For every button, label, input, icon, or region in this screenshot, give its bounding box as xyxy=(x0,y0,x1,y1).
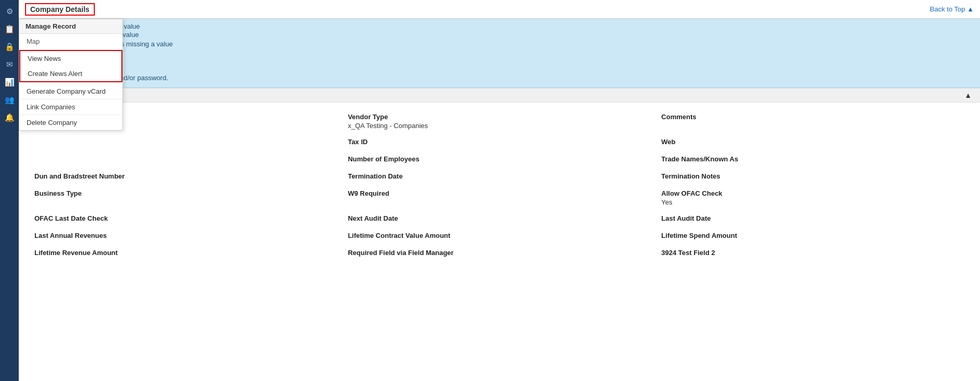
field-cell-last-annual-revenues: Last Annual Revenues xyxy=(29,227,343,245)
dropdown-item-view-news[interactable]: View News xyxy=(20,51,121,66)
field-label-num-employees: Number of Employees xyxy=(348,155,651,163)
sidebar: ⚙ 📋 🔒 ✉ 📊 👥 🔔 xyxy=(0,0,19,268)
field-label-lifetime-revenue: Lifetime Revenue Amount xyxy=(34,249,338,257)
page-title: Company Details xyxy=(25,3,95,16)
field-cell-lifetime-revenue: Lifetime Revenue Amount xyxy=(29,245,343,262)
alert-item: missing a value xyxy=(38,57,972,65)
dropdown-section-header: Manage Record xyxy=(19,19,122,34)
field-cell-next-audit: Next Audit Date xyxy=(343,210,656,227)
field-cell-lifetime-spend: Lifetime Spend Amount xyxy=(656,227,970,245)
dropdown-item-map[interactable]: Map xyxy=(19,34,122,49)
field-label-w9-required: W9 Required xyxy=(348,189,651,197)
field-cell-empty-2 xyxy=(29,151,343,168)
field-cell-vendor-type: Vendor Type x_QA Testing - Companies xyxy=(343,109,656,134)
field-cell-allow-ofac: Allow OFAC Check Yes xyxy=(656,185,970,210)
field-label-lifetime-contract: Lifetime Contract Value Amount xyxy=(348,232,651,239)
fields-section: Yes Vendor Type x_QA Testing - Companies… xyxy=(19,103,980,268)
alert-item: Last Audit Date is missing a value xyxy=(38,31,972,39)
alert-item: missing email, username, and/or password… xyxy=(38,74,972,82)
field-cell-business-type: Business Type xyxy=(29,185,343,210)
alert-item: Next Audit Date is missing a value xyxy=(38,22,972,30)
field-cell-termination-date: Termination Date xyxy=(343,168,656,185)
chart-icon[interactable]: 📊 xyxy=(2,75,17,90)
field-label-required-field: Required Field via Field Manager xyxy=(348,249,651,257)
field-value-vendor-type: x_QA Testing - Companies xyxy=(348,122,651,130)
top-bar: Company Details Back to Top xyxy=(19,0,980,19)
field-label-web: Web xyxy=(661,138,964,146)
field-label-tax-id: Tax ID xyxy=(348,138,651,146)
field-label-test-field-2: 3924 Test Field 2 xyxy=(661,249,964,257)
field-cell-required-field: Required Field via Field Manager xyxy=(343,245,656,262)
alert-item: a value xyxy=(38,66,972,73)
field-label-trade-names: Trade Names/Known As xyxy=(661,155,964,163)
fields-grid: Yes Vendor Type x_QA Testing - Companies… xyxy=(29,109,970,262)
field-cell-w9-required: W9 Required xyxy=(343,185,656,210)
field-cell-num-employees: Number of Employees xyxy=(343,151,656,168)
field-cell-dun-bradstreet: Dun and Bradstreet Number xyxy=(29,168,343,185)
field-label-lifetime-spend: Lifetime Spend Amount xyxy=(661,232,964,239)
field-label-last-audit: Last Audit Date xyxy=(661,214,964,222)
field-label-comments: Comments xyxy=(661,113,964,121)
alert-icon[interactable]: 🔔 xyxy=(2,110,17,125)
field-label-business-type: Business Type xyxy=(34,189,338,197)
dropdown-item-delete-company[interactable]: Delete Company xyxy=(19,115,122,130)
dropdown-item-link-companies[interactable]: Link Companies xyxy=(19,99,122,115)
dropdown-overlay: Manage Record Map View News Create News … xyxy=(19,19,123,131)
field-cell-tax-id: Tax ID xyxy=(343,134,656,151)
field-cell-termination-notes: Termination Notes xyxy=(656,168,970,185)
field-label-last-annual-revenues: Last Annual Revenues xyxy=(34,232,338,239)
gear-icon[interactable]: ⚙ xyxy=(2,4,17,19)
document-icon[interactable]: 📋 xyxy=(2,22,17,36)
field-label-next-audit: Next Audit Date xyxy=(348,214,651,222)
alert-item: mount is missing a value xyxy=(38,49,972,57)
field-cell-last-audit: Last Audit Date xyxy=(656,210,970,227)
collapse-arrow-icon[interactable]: ▲ xyxy=(964,91,972,99)
email-icon[interactable]: ✉ xyxy=(2,57,17,72)
field-label-termination-date: Termination Date xyxy=(348,172,651,180)
people-icon[interactable]: 👥 xyxy=(2,93,17,107)
field-value-allow-ofac: Yes xyxy=(661,198,964,206)
field-cell-test-field-2: 3924 Test Field 2 xyxy=(656,245,970,262)
alert-banner: Next Audit Date is missing a value Last … xyxy=(19,19,980,88)
field-label-vendor-type: Vendor Type xyxy=(348,113,651,121)
back-to-top-link[interactable]: Back to Top xyxy=(930,5,974,13)
lock-icon[interactable]: 🔒 xyxy=(2,40,17,54)
alert-list: Next Audit Date is missing a value Last … xyxy=(27,22,972,82)
field-cell-empty-1 xyxy=(29,134,343,151)
field-label-allow-ofac: Allow OFAC Check xyxy=(661,189,964,197)
field-cell-ofac-last-date: OFAC Last Date Check xyxy=(29,210,343,227)
main-wrapper: Company Details Back to Top Next Audit D… xyxy=(19,0,980,268)
field-label-dun-bradstreet: Dun and Bradstreet Number xyxy=(34,172,338,180)
field-label-ofac-last-date: OFAC Last Date Check xyxy=(34,214,338,222)
field-cell-comments: Comments xyxy=(656,109,970,134)
dropdown-item-create-news-alert[interactable]: Create News Alert xyxy=(20,66,121,81)
field-cell-lifetime-contract: Lifetime Contract Value Amount xyxy=(343,227,656,245)
dropdown-item-generate-vcard[interactable]: Generate Company vCard xyxy=(19,84,122,99)
field-label-termination-notes: Termination Notes xyxy=(661,172,964,180)
dropdown-menu: Manage Record Map View News Create News … xyxy=(19,19,123,131)
section-collapse-bar: ▲ xyxy=(19,88,980,103)
field-cell-trade-names: Trade Names/Known As xyxy=(656,151,970,168)
field-cell-web: Web xyxy=(656,134,970,151)
